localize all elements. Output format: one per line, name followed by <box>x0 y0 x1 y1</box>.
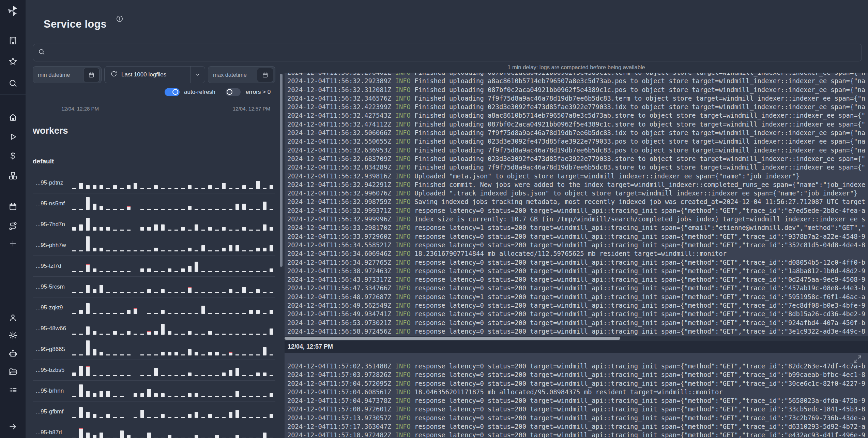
log-line: 2024-12-04T11:57:18.972482Z INFO respons… <box>285 431 868 438</box>
log-line: 2024-12-04T11:56:53.973021Z INFO respons… <box>285 319 868 327</box>
worker-activity-chart <box>71 360 275 380</box>
log-line: 2024-12-04T11:56:32.292389Z INFO Finishe… <box>285 77 868 85</box>
schedules-calendar-icon[interactable] <box>0 200 26 214</box>
auto-refresh-toggle[interactable] <box>165 88 180 96</box>
log-line: 2024-12-04T11:56:32.474112Z INFO Finishe… <box>285 120 868 129</box>
worker-row[interactable]: ...95-48w66 <box>33 318 275 339</box>
logfiles-chevron-button[interactable] <box>190 67 205 83</box>
log-line: 2024-12-04T11:56:32.942291Z INFO Finishe… <box>285 180 868 189</box>
log-line: 2024-12-04T11:56:32.998759Z INFO Saving … <box>285 198 868 206</box>
worker-name: ...95-ns5mf <box>36 200 65 207</box>
service-logs-page: Service logs Last 1000 logfiles <box>0 0 868 438</box>
worker-row[interactable]: ...95-ns5mf <box>33 193 275 214</box>
log-lines-1: 2024-12-04T11:56:32.276402Z INFO Finishe… <box>285 73 868 336</box>
worker-activity-chart <box>71 173 275 193</box>
worker-activity-chart <box>71 297 275 318</box>
worker-row[interactable]: ...95-brhnn <box>33 381 275 402</box>
worker-name: ...95-zqkt9 <box>36 304 63 311</box>
min-datetime-field <box>33 66 102 83</box>
vertical-scrollbar[interactable] <box>280 74 283 267</box>
collapse-arrow-right-icon[interactable] <box>0 420 26 434</box>
auto-refresh-label: auto-refresh <box>184 89 215 96</box>
expand-icon[interactable] <box>853 355 862 364</box>
add-plus-icon[interactable] <box>0 237 26 250</box>
worker-activity-chart <box>71 193 275 214</box>
worker-group-name: default <box>33 158 54 165</box>
log-line: 2024-12-04T11:57:17.363047Z INFO respons… <box>285 422 868 431</box>
folders-icon[interactable] <box>0 365 26 379</box>
worker-row[interactable]: ...95-7hd7n <box>33 214 275 235</box>
worker-activity-chart <box>71 235 275 256</box>
workers-heading: workers <box>33 126 68 136</box>
worker-name: ...95-g8665 <box>36 346 65 353</box>
horizontal-scrollbar[interactable] <box>285 337 620 340</box>
windmill-logo[interactable] <box>0 4 26 18</box>
worker-name: ...95-7hd7n <box>36 221 65 228</box>
log-line: 2024-12-04T11:56:43.973317Z INFO respons… <box>285 275 868 284</box>
logfiles-dropdown: Last 1000 logfiles <box>104 66 205 83</box>
worker-rows: ...95-pdtnz...95-ns5mf...95-7hd7n...95-p… <box>33 173 275 438</box>
log-line: 2024-12-04T11:56:49.934741Z INFO respons… <box>285 310 868 318</box>
logfiles-button[interactable]: Last 1000 logfiles <box>105 67 190 83</box>
min-datetime-calendar-button[interactable] <box>83 68 100 82</box>
worker-activity-chart <box>71 339 275 360</box>
log-line: 2024-12-04T11:56:32.683709Z INFO Finishe… <box>285 155 868 163</box>
log-panel-1[interactable]: 2024-12-04T11:56:32.276402Z INFO Finishe… <box>285 73 868 336</box>
worker-row[interactable]: ...95-bzbs5 <box>33 360 275 381</box>
min-datetime-input[interactable] <box>33 72 82 78</box>
log-line: 2024-12-04T11:56:34.927765Z INFO respons… <box>285 258 868 267</box>
sidebar <box>0 0 26 438</box>
log-line: 2024-12-04T11:57:04.608561Z INFO 18.0463… <box>285 388 868 396</box>
max-datetime-calendar-button[interactable] <box>257 68 273 82</box>
errors-toggle-label: errors > 0 <box>246 89 271 96</box>
user-icon[interactable] <box>0 311 26 324</box>
worker-row[interactable]: ...95-phh7w <box>33 235 275 256</box>
worker-name: ...95-tzl7d <box>36 263 61 269</box>
worker-row[interactable]: ...95-tzl7d <box>33 256 275 277</box>
log-line: 2024-12-04T11:56:32.999996Z INFO Index s… <box>285 215 868 223</box>
flows-route-icon[interactable] <box>0 219 26 233</box>
worker-row[interactable]: ...95-5rcsm <box>33 277 275 297</box>
search-nav-icon[interactable] <box>0 76 26 90</box>
worker-row[interactable]: ...95-gfbmf <box>33 402 275 422</box>
max-datetime-input[interactable] <box>208 72 256 78</box>
settings-gear-icon[interactable] <box>0 328 26 342</box>
log-line: 2024-12-04T11:56:48.972687Z INFO respons… <box>285 293 868 301</box>
refresh-icon <box>110 70 117 79</box>
errors-toggle[interactable] <box>226 88 241 96</box>
log-line: 2024-12-04T11:56:32.346576Z INFO Finishe… <box>285 94 868 103</box>
worker-row[interactable]: ...95-g8665 <box>33 339 275 360</box>
worker-activity-chart <box>71 318 275 339</box>
log-line: 2024-12-04T11:56:34.606946Z INFO 18.2361… <box>285 249 868 258</box>
sidebar-divider <box>0 23 26 23</box>
workers-robot-icon[interactable] <box>0 347 26 360</box>
info-icon[interactable] <box>116 15 123 24</box>
worker-row[interactable]: ...95-zqkt9 <box>33 297 275 318</box>
workspace-icon[interactable] <box>0 34 26 47</box>
log-line: 2024-12-04T11:56:32.427543Z INFO Finishe… <box>285 111 868 120</box>
variables-dollar-icon[interactable] <box>0 149 26 163</box>
favorites-star-icon[interactable] <box>0 55 26 68</box>
logfiles-button-label: Last 1000 logfiles <box>121 71 166 78</box>
worker-activity-chart <box>71 277 275 297</box>
max-datetime-field <box>208 66 275 83</box>
search-input[interactable] <box>49 49 857 56</box>
log-line: 2024-12-04T11:57:04.947378Z INFO respons… <box>285 396 868 405</box>
log-line: 2024-12-04T11:56:32.999371Z INFO respons… <box>285 206 868 215</box>
range-end-label: 12/04, 12:57 PM <box>233 106 270 112</box>
worker-name: ...95-bzbs5 <box>36 367 64 374</box>
worker-name: ...95-pdtnz <box>36 179 63 186</box>
logs-list-icon[interactable] <box>0 383 26 397</box>
home-icon[interactable] <box>0 111 26 124</box>
log-line: 2024-12-04T11:56:32.312081Z INFO Finishe… <box>285 86 868 94</box>
resources-boxes-icon[interactable] <box>0 169 26 182</box>
page-title: Service logs <box>44 18 107 30</box>
worker-activity-chart <box>71 381 275 401</box>
log-line: 2024-12-04T11:56:32.996076Z INFO Uploade… <box>285 189 868 198</box>
log-line: 2024-12-04T11:57:02.351480Z INFO respons… <box>285 362 868 370</box>
log-panel-2[interactable]: 2024-12-04T11:57:02.351480Z INFO respons… <box>285 353 868 438</box>
runs-play-icon[interactable] <box>0 130 26 144</box>
worker-row[interactable]: ...95-pdtnz <box>33 173 275 193</box>
log-line: 2024-12-04T11:56:49.562549Z INFO respons… <box>285 301 868 310</box>
worker-row[interactable]: ...95-b87rl <box>33 422 275 438</box>
